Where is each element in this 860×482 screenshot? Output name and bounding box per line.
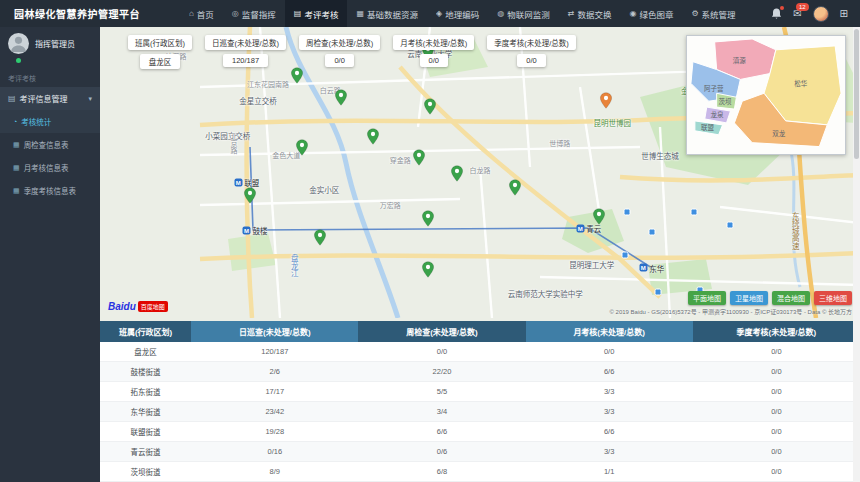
nav-item-assessment[interactable]: ▤考评考核 bbox=[285, 0, 348, 27]
district-cell: 东华街道 bbox=[100, 402, 191, 422]
bell-icon[interactable] bbox=[771, 8, 782, 20]
map-type-button-hybrid[interactable]: 混合地图 bbox=[772, 291, 810, 305]
minimap-region-label: 茨坝 bbox=[718, 96, 731, 106]
sidebar-item-assessment-stats[interactable]: ◔考核统计 bbox=[0, 110, 100, 133]
apps-icon[interactable]: ⊞ bbox=[840, 8, 848, 19]
table-row[interactable]: 联盟街道19/286/66/60/0 bbox=[100, 422, 860, 442]
sidebar-section-label: 考评考核 bbox=[0, 67, 100, 87]
filter-label[interactable]: 日巡查(未处理/总数) bbox=[205, 35, 286, 50]
map-marker-green[interactable] bbox=[593, 208, 606, 229]
filter-value[interactable]: 0/0 bbox=[420, 54, 448, 67]
nav-item-iot-monitor[interactable]: ◍物联网监测 bbox=[488, 0, 559, 27]
sidebar-item-assessment-info[interactable]: ▤ 考评信息管理 ▾ bbox=[0, 87, 100, 110]
sidebar-item-label: 考核统计 bbox=[21, 116, 51, 127]
minimap-region-label: 松华 bbox=[794, 78, 807, 88]
stat-cell: 0/0 bbox=[358, 342, 525, 362]
map-marker-green[interactable] bbox=[508, 179, 521, 200]
district-cell: 联盟街道 bbox=[100, 422, 191, 442]
table-icon: ▦ bbox=[13, 187, 20, 195]
scrollbar-thumb[interactable] bbox=[854, 29, 859, 159]
nav-item-green-seal[interactable]: ◉绿色图章 bbox=[620, 0, 682, 27]
map-marker-green[interactable] bbox=[451, 165, 464, 186]
stat-cell: 22/20 bbox=[358, 362, 525, 382]
sidebar-item-monthly-assessment-table[interactable]: ▦月考核信息表 bbox=[0, 156, 100, 179]
chevron-down-icon: ▾ bbox=[88, 95, 92, 103]
nav-item-geocoding[interactable]: ◈地理编码 bbox=[427, 0, 488, 27]
nav-item-label: 首页 bbox=[197, 8, 214, 20]
map-marker-green[interactable] bbox=[243, 187, 256, 208]
map-marker-green[interactable] bbox=[290, 67, 303, 88]
stat-cell: 0/0 bbox=[693, 342, 860, 362]
folder-icon: ▤ bbox=[8, 94, 16, 103]
map-filter-2: 周检查(未处理/总数)0/0 bbox=[299, 35, 380, 69]
sidebar-parent-label: 考评信息管理 bbox=[20, 93, 68, 104]
filter-label[interactable]: 月考核(未处理/总数) bbox=[393, 35, 474, 50]
stat-cell: 0/0 bbox=[693, 442, 860, 462]
online-status-dot bbox=[16, 58, 21, 63]
table-icon: ▦ bbox=[13, 141, 20, 149]
map-marker-orange[interactable] bbox=[600, 92, 613, 113]
nav-item-basic-data[interactable]: ▦基础数据资源 bbox=[347, 0, 427, 27]
navbar-right: ✉ 12 ⊞ bbox=[771, 6, 860, 22]
map-type-button-3d[interactable]: 三维地图 bbox=[814, 291, 852, 305]
stat-cell: 6/6 bbox=[526, 362, 693, 382]
map-marker-green[interactable] bbox=[422, 210, 435, 231]
table-row[interactable]: 茨坝街道8/96/81/10/0 bbox=[100, 462, 860, 482]
map-marker-green[interactable] bbox=[296, 139, 309, 160]
filter-value[interactable]: 盘龙区 bbox=[140, 54, 181, 69]
district-cell: 盘龙区 bbox=[100, 342, 191, 362]
message-icon[interactable]: ✉ 12 bbox=[793, 8, 801, 19]
sidebar-item-weekly-check-table[interactable]: ▦周检查信息表 bbox=[0, 133, 100, 156]
stat-cell: 120/187 bbox=[191, 342, 358, 362]
map-filter-4: 季度考核(未处理/总数)0/0 bbox=[487, 35, 576, 69]
map-marker-green[interactable] bbox=[422, 261, 435, 282]
filter-value[interactable]: 120/187 bbox=[223, 54, 268, 67]
filter-value[interactable]: 0/0 bbox=[517, 54, 545, 67]
nav-item-label: 监督指挥 bbox=[242, 8, 276, 20]
filter-label[interactable]: 班属(行政区划) bbox=[128, 35, 192, 50]
table-row[interactable]: 鼓楼街道2/622/206/60/0 bbox=[100, 362, 860, 382]
nav-item-supervision[interactable]: ◎监督指挥 bbox=[223, 0, 285, 27]
sidebar-user-block: 指挥管理员 bbox=[0, 27, 100, 67]
map-canvas[interactable]: 沣源路云南农业大学江东花园南路金星立交桥白云路小菜园立交桥北京路金色大道穿金路白… bbox=[100, 27, 860, 318]
overview-minimap[interactable]: 滇源阿子营松华双龙茨坝龙泉联盟 bbox=[686, 35, 846, 155]
map-marker-green[interactable] bbox=[423, 98, 436, 119]
baidu-logo: Baidu 百度地图 bbox=[108, 301, 168, 312]
map-marker-green[interactable] bbox=[366, 128, 379, 149]
baidu-logo-text: Baidu bbox=[108, 301, 136, 312]
nav-item-label: 数据交换 bbox=[577, 8, 611, 20]
sidebar-item-quarterly-assessment-table[interactable]: ▦季度考核信息表 bbox=[0, 179, 100, 202]
sidebar-avatar[interactable] bbox=[8, 33, 29, 54]
sidebar-item-label: 周检查信息表 bbox=[24, 139, 69, 150]
stat-cell: 17/17 bbox=[191, 382, 358, 402]
user-avatar[interactable] bbox=[813, 6, 829, 22]
map-marker-green[interactable] bbox=[313, 229, 326, 250]
stat-cell: 0/16 bbox=[191, 442, 358, 462]
nav-item-label: 基础数据资源 bbox=[367, 8, 418, 20]
map-type-button-flat[interactable]: 平面地图 bbox=[688, 291, 726, 305]
baidu-map-label: 百度地图 bbox=[138, 301, 168, 312]
nav-item-home[interactable]: ⌂首页 bbox=[180, 0, 223, 27]
nav-item-data-exchange[interactable]: ⇄数据交换 bbox=[559, 0, 621, 27]
filter-label[interactable]: 季度考核(未处理/总数) bbox=[487, 35, 576, 50]
table-row[interactable]: 东华街道23/423/43/30/0 bbox=[100, 402, 860, 422]
pin-glyph bbox=[600, 92, 613, 109]
filter-value[interactable]: 0/0 bbox=[325, 54, 353, 67]
pin-glyph bbox=[290, 67, 303, 84]
map-type-button-satellite[interactable]: 卫星地图 bbox=[730, 291, 768, 305]
map-marker-green[interactable] bbox=[413, 149, 426, 170]
table-row[interactable]: 拓东街道17/175/53/30/0 bbox=[100, 382, 860, 402]
nav-item-system[interactable]: ⚙系统管理 bbox=[682, 0, 744, 27]
table-row[interactable]: 青云街道0/160/63/30/0 bbox=[100, 442, 860, 462]
apps-glyph: ⊞ bbox=[840, 8, 848, 19]
table-row[interactable]: 盘龙区120/1870/00/00/0 bbox=[100, 342, 860, 362]
map-marker-green[interactable] bbox=[334, 89, 347, 110]
stat-cell: 1/1 bbox=[526, 462, 693, 482]
sidebar-item-label: 月考核信息表 bbox=[24, 162, 69, 173]
exchange-icon: ⇄ bbox=[568, 9, 575, 18]
page-scrollbar[interactable] bbox=[853, 27, 860, 482]
filter-label[interactable]: 周检查(未处理/总数) bbox=[299, 35, 380, 50]
nav-item-label: 地理编码 bbox=[445, 8, 479, 20]
assessment-table-panel: 班属(行政区划)日巡查(未处理/总数)周检查(未处理/总数)月考核(未处理/总数… bbox=[100, 321, 860, 482]
geocode-icon: ◈ bbox=[436, 9, 442, 18]
